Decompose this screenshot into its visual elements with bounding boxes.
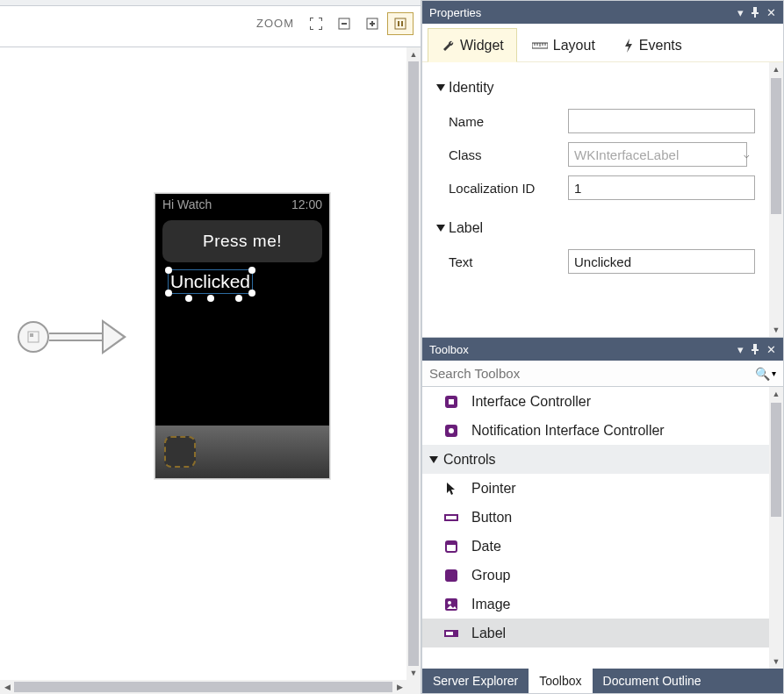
panel-menu-icon[interactable]: ▾ [737,6,744,19]
properties-titlebar[interactable]: Properties ▾ ✕ [422,1,783,24]
toolbox-search[interactable]: 🔍 ▾ [422,361,783,387]
class-label: Class [436,147,568,162]
watch-label-selected[interactable]: Unclicked [168,269,253,294]
tab-toolbox[interactable]: Toolbox [529,669,592,693]
localization-id-label: Localization ID [436,181,568,196]
svg-rect-28 [752,349,759,351]
toolbox-item[interactable]: Image [422,590,769,619]
button-icon [443,510,459,526]
toolbox-titlebar[interactable]: Toolbox ▾ ✕ [422,338,783,361]
designer-panel: ZOOM Hi Watch 12:00 Press me! Unclic [0,0,421,694]
group-icon [443,568,459,583]
toolbox-item[interactable]: Notification Interface Controller [422,416,769,445]
svg-rect-12 [371,21,373,26]
canvas-hscrollbar[interactable]: ◀ ▶ [0,680,406,694]
toolbox-item[interactable]: Date [422,532,769,561]
zoom-fit-button[interactable] [303,12,329,35]
notification-controller-icon [443,423,459,439]
watch-label-text: Unclicked [170,271,250,291]
chevron-down-icon[interactable]: ⌵ [744,149,750,161]
scroll-left-icon[interactable]: ◀ [0,680,14,694]
toolbox-item-label: Label [471,626,506,641]
label-icon [443,626,459,641]
panel-menu-icon[interactable]: ▾ [737,343,744,356]
watch-button[interactable]: Press me! [162,220,322,262]
svg-rect-35 [446,516,457,519]
search-icon[interactable]: 🔍 [755,367,770,381]
tab-events-label: Events [639,38,682,54]
text-label: Text [436,254,568,269]
date-icon [443,539,459,554]
toolbox-item[interactable]: Pointer [422,474,769,503]
text-input[interactable] [568,249,755,274]
scroll-up-icon[interactable]: ▲ [769,387,783,401]
svg-rect-5 [310,26,311,30]
toolbox-panel: Toolbox ▾ ✕ 🔍 ▾ Interface Controller [421,338,784,694]
svg-rect-15 [401,21,403,26]
search-chevron-icon[interactable]: ▾ [772,368,776,378]
tab-server-explorer[interactable]: Server Explorer [422,669,529,693]
toolbox-group-label: Controls [443,452,496,468]
svg-rect-42 [446,632,453,635]
localization-id-input[interactable] [568,175,755,200]
image-icon [443,597,459,612]
scroll-up-icon[interactable]: ▲ [406,47,421,61]
svg-rect-27 [753,344,757,349]
caret-down-icon [429,456,438,463]
ruler-icon [532,41,548,50]
tab-widget-label: Widget [460,38,504,54]
tab-events[interactable]: Events [610,28,695,62]
watch-footer [155,426,329,478]
zoom-in-button[interactable] [359,12,385,35]
watch-interface-controller[interactable]: Hi Watch 12:00 Press me! Unclicked [155,193,330,479]
svg-rect-1 [310,18,311,21]
watch-title: Hi Watch [162,197,212,211]
zoom-out-button[interactable] [331,12,357,35]
scroll-right-icon[interactable]: ▶ [392,680,406,694]
toolbox-item[interactable]: Button [422,503,769,532]
toolbox-item[interactable]: Label [422,619,769,647]
svg-rect-3 [321,18,322,21]
watch-button-label: Press me! [203,232,282,251]
properties-vscrollbar[interactable]: ▲ ▼ [769,62,783,337]
scroll-down-icon[interactable]: ▼ [769,655,783,669]
svg-rect-37 [446,541,457,545]
constraints-toggle-button[interactable] [387,12,414,35]
scroll-down-icon[interactable]: ▼ [769,323,783,337]
toolbox-item[interactable]: Group [422,561,769,590]
toolbox-item-label: Interface Controller [471,394,591,410]
tab-widget[interactable]: Widget [428,28,517,62]
lightning-icon [623,39,634,53]
scroll-down-icon[interactable]: ▼ [406,666,421,680]
canvas-vscrollbar[interactable]: ▲ ▼ [406,47,421,680]
toolbox-vscrollbar[interactable]: ▲ ▼ [769,387,783,669]
name-label: Name [436,114,568,129]
close-icon[interactable]: ✕ [766,6,776,19]
group-identity[interactable]: Identity [436,80,755,96]
toolbox-item-label: Notification Interface Controller [471,423,665,439]
svg-rect-19 [752,12,759,14]
toolbox-item-label: Image [471,597,510,612]
tab-document-outline[interactable]: Document Outline [593,669,712,693]
zoom-label: ZOOM [256,17,294,30]
toolbox-group-controls[interactable]: Controls [422,445,769,474]
toolbox-item[interactable]: Interface Controller [422,387,769,416]
svg-rect-9 [342,23,347,25]
entry-point-arrow[interactable] [18,319,126,354]
group-label[interactable]: Label [436,220,755,236]
close-icon[interactable]: ✕ [766,343,776,356]
designer-canvas[interactable]: Hi Watch 12:00 Press me! Unclicked [0,47,421,694]
scroll-up-icon[interactable]: ▲ [769,62,783,76]
toolbox-search-input[interactable] [429,366,755,381]
tab-layout-label: Layout [553,38,595,54]
pointer-icon [443,481,459,497]
group-label-label: Label [449,220,483,236]
svg-rect-31 [449,399,454,404]
name-input[interactable] [568,109,755,133]
class-combobox[interactable] [568,142,747,167]
pin-icon[interactable] [751,344,759,354]
pin-icon[interactable] [751,7,759,18]
tab-layout[interactable]: Layout [519,28,608,62]
svg-rect-38 [445,569,457,582]
toolbox-item-label: Button [471,510,512,526]
